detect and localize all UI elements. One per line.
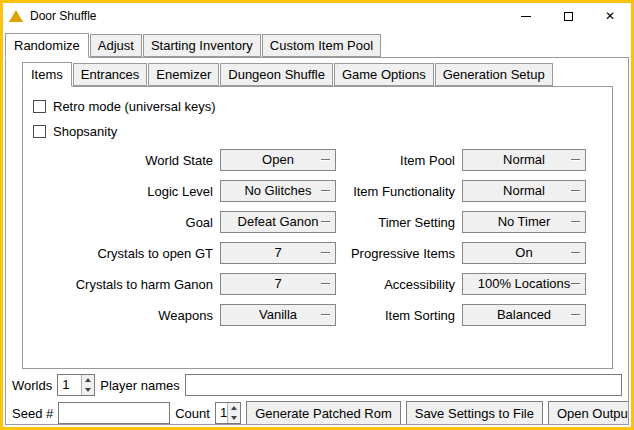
- item-functionality-label: Item Functionality: [343, 184, 455, 199]
- weapons-dropdown[interactable]: Vanilla: [220, 304, 336, 326]
- accessibility-dropdown[interactable]: 100% Locations: [462, 273, 586, 295]
- window-title: Door Shuffle: [30, 9, 97, 23]
- seed-input[interactable]: [58, 402, 170, 424]
- dropdown-value: 100% Locations: [463, 274, 585, 294]
- titlebar[interactable]: Door Shuffle ✕: [3, 3, 631, 29]
- logic-level-label: Logic Level: [31, 184, 213, 199]
- accessibility-label: Accessibility: [343, 277, 455, 292]
- tab-entrances[interactable]: Entrances: [73, 63, 148, 86]
- spin-up-button[interactable]: [228, 403, 240, 413]
- crystals-harm-ganon-label: Crystals to harm Ganon: [31, 277, 213, 292]
- generate-patched-rom-button[interactable]: Generate Patched Rom: [246, 401, 401, 425]
- seed-label: Seed #: [12, 406, 53, 421]
- world-state-dropdown[interactable]: Open: [220, 149, 336, 171]
- retro-mode-row: Retro mode (universal keys): [33, 99, 612, 114]
- dropdown-indicator-icon: [321, 190, 330, 191]
- tab-starting-inventory[interactable]: Starting Inventory: [143, 34, 261, 57]
- crystals-open-gt-dropdown[interactable]: 7: [220, 242, 336, 264]
- dropdown-value: 7: [221, 243, 335, 263]
- dropdown-indicator-icon: [321, 314, 330, 315]
- sub-tabbar: Items Entrances Enemizer Dungeon Shuffle…: [22, 62, 613, 86]
- worlds-spinner[interactable]: 1: [57, 374, 95, 396]
- goal-dropdown[interactable]: Defeat Ganon: [220, 211, 336, 233]
- arrow-up-icon: [231, 406, 237, 410]
- player-names-label: Player names: [100, 378, 179, 393]
- shopsanity-row: Shopsanity: [33, 124, 612, 139]
- timer-setting-dropdown[interactable]: No Timer: [462, 211, 586, 233]
- dropdown-value: No Timer: [463, 212, 585, 232]
- minimize-button[interactable]: [505, 3, 547, 29]
- weapons-label: Weapons: [31, 308, 213, 323]
- dropdown-value: On: [463, 243, 585, 263]
- dropdown-value: 7: [221, 274, 335, 294]
- dropdown-indicator-icon: [571, 252, 580, 253]
- dropdown-value: Vanilla: [221, 305, 335, 325]
- spin-down-button[interactable]: [82, 385, 94, 395]
- minimize-icon: [521, 16, 531, 17]
- tab-randomize[interactable]: Randomize: [5, 33, 89, 58]
- progressive-items-label: Progressive Items: [343, 246, 455, 261]
- app-icon: [9, 10, 23, 22]
- item-pool-dropdown[interactable]: Normal: [462, 149, 586, 171]
- tab-custom-item-pool[interactable]: Custom Item Pool: [262, 34, 381, 57]
- worlds-row: Worlds 1 Player names: [12, 374, 622, 396]
- dropdown-value: Open: [221, 150, 335, 170]
- timer-setting-label: Timer Setting: [343, 215, 455, 230]
- dropdown-value: Normal: [463, 150, 585, 170]
- item-pool-label: Item Pool: [343, 153, 455, 168]
- dropdown-value: Normal: [463, 181, 585, 201]
- retro-mode-checkbox[interactable]: [33, 100, 46, 113]
- close-button[interactable]: ✕: [589, 3, 631, 29]
- close-icon: ✕: [605, 10, 615, 22]
- player-names-input[interactable]: [185, 374, 622, 396]
- dropdown-value: No Glitches: [221, 181, 335, 201]
- client-area: Randomize Adjust Starting Inventory Cust…: [3, 29, 631, 427]
- save-settings-button[interactable]: Save Settings to File: [406, 401, 543, 425]
- tab-game-options[interactable]: Game Options: [334, 63, 434, 86]
- item-sorting-dropdown[interactable]: Balanced: [462, 304, 586, 326]
- item-functionality-dropdown[interactable]: Normal: [462, 180, 586, 202]
- count-spinner[interactable]: 1: [215, 402, 241, 424]
- item-sorting-label: Item Sorting: [343, 308, 455, 323]
- dropdown-value: Defeat Ganon: [221, 212, 335, 232]
- shopsanity-checkbox[interactable]: [33, 125, 46, 138]
- maximize-icon: [564, 12, 573, 21]
- worlds-value: 1: [58, 375, 81, 395]
- tab-enemizer[interactable]: Enemizer: [148, 63, 219, 86]
- caption-buttons: ✕: [505, 3, 631, 29]
- crystals-open-gt-label: Crystals to open GT: [31, 246, 213, 261]
- main-tabbar: Randomize Adjust Starting Inventory Cust…: [5, 33, 629, 57]
- randomize-tab-panel: Items Entrances Enemizer Dungeon Shuffle…: [5, 57, 629, 425]
- footer-controls: Worlds 1 Player names Seed # Count: [6, 369, 628, 425]
- goal-label: Goal: [31, 215, 213, 230]
- app-window: Door Shuffle ✕ Randomize Adjust Starting…: [0, 0, 634, 430]
- tab-dungeon-shuffle[interactable]: Dungeon Shuffle: [220, 63, 333, 86]
- settings-notebook: Items Entrances Enemizer Dungeon Shuffle…: [22, 62, 613, 369]
- tab-generation-setup[interactable]: Generation Setup: [435, 63, 553, 86]
- items-tab-panel: Retro mode (universal keys) Shopsanity W…: [22, 86, 613, 369]
- spin-up-button[interactable]: [82, 375, 94, 385]
- open-output-directory-button[interactable]: Open Output Directory: [548, 401, 629, 425]
- maximize-button[interactable]: [547, 3, 589, 29]
- spin-down-button[interactable]: [228, 413, 240, 423]
- dropdown-indicator-icon: [571, 190, 580, 191]
- dropdown-indicator-icon: [321, 252, 330, 253]
- arrow-down-icon: [231, 416, 237, 420]
- dropdown-indicator-icon: [571, 314, 580, 315]
- dropdown-indicator-icon: [321, 221, 330, 222]
- count-label: Count: [175, 406, 210, 421]
- crystals-harm-ganon-dropdown[interactable]: 7: [220, 273, 336, 295]
- dropdown-indicator-icon: [571, 221, 580, 222]
- dropdown-value: Balanced: [463, 305, 585, 325]
- arrow-up-icon: [85, 378, 91, 382]
- dropdown-indicator-icon: [571, 159, 580, 160]
- tab-items[interactable]: Items: [22, 62, 72, 87]
- dropdown-indicator-icon: [321, 283, 330, 284]
- worlds-spinner-arrows: [81, 375, 94, 395]
- tab-adjust[interactable]: Adjust: [90, 34, 142, 57]
- world-state-label: World State: [31, 153, 213, 168]
- count-value: 1: [216, 403, 227, 423]
- logic-level-dropdown[interactable]: No Glitches: [220, 180, 336, 202]
- progressive-items-dropdown[interactable]: On: [462, 242, 586, 264]
- arrow-down-icon: [85, 388, 91, 392]
